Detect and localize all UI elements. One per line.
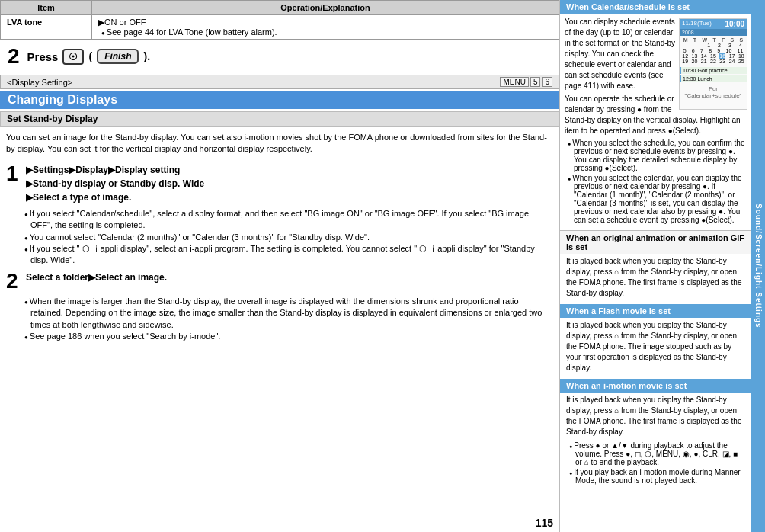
step2-select-content: Select a folder▶Select an image. (26, 271, 553, 284)
when-original-title: When an original animation or animation … (560, 230, 752, 254)
menu-num1: 5 (530, 77, 541, 87)
when-calendar-section: When Calendar/schedule is set 11/18(Tue)… (560, 0, 752, 227)
step1-line2: ▶Stand-by display or Standby disp. Wide (26, 178, 204, 189)
when-original-section: When an original animation or animation … (560, 230, 752, 301)
step1-content: ▶Settings▶Display▶Display setting ▶Stand… (26, 163, 553, 204)
page-number: 115 (536, 517, 553, 529)
when-flash-title: When a Flash movie is set (560, 304, 752, 318)
operation-bullet: See page 44 for LVA Tone (low battery al… (98, 27, 552, 37)
step1-bullet3: If you select " ⬡ ｉappli display", selec… (21, 243, 553, 267)
step1-bullet2: You cannot select "Calendar (2 months)" … (21, 232, 553, 243)
close-paren: ). (143, 50, 150, 62)
when-original-text: It is played back when you display the S… (560, 254, 752, 301)
step2-bullets: When the image is larger than the Stand-… (0, 294, 559, 345)
calendar-bullet1: When you select the schedule, you can co… (565, 139, 747, 172)
step2-number: 2 (8, 44, 20, 69)
finish-key: Finish (97, 49, 139, 64)
side-tab: Sound/Screen/Light Settings (751, 0, 765, 532)
when-imotion-text: It is played back when you display the S… (560, 393, 752, 440)
imotion-bullet2: If you play back an i-motion movie durin… (566, 468, 746, 485)
changing-displays-title: Changing Displays (0, 91, 559, 109)
when-flash-section: When a Flash movie is set It is played b… (560, 304, 752, 376)
step2-select-text: Select a folder▶Select an image. (26, 272, 167, 283)
right-inner: When Calendar/schedule is set 11/18(Tue)… (560, 0, 752, 488)
operation-arrow: ▶ON or OFF (98, 18, 146, 27)
step2-bullet2: See page 186 when you select "Search by … (21, 331, 553, 342)
imotion-bullet1: Press ● or ▲/▼ during playback to adjust… (566, 441, 746, 466)
calendar-image: 11/18(Tue) 10:00 2008 MTWTFSS 1234 (679, 18, 747, 110)
imotion-bullets: Press ● or ▲/▼ during playback to adjust… (560, 441, 752, 485)
step2-select-number: 2 (6, 271, 21, 292)
when-calendar-title: When Calendar/schedule is set (560, 0, 752, 14)
step1-row: 1 ▶Settings▶Display▶Display setting ▶Sta… (0, 161, 559, 207)
step2-select-row: 2 Select a folder▶Select an image. (0, 268, 559, 294)
calendar-img-label: For "Calendar+schedule" (680, 85, 747, 99)
intro-text: You can set an image for the Stand-by di… (0, 130, 559, 158)
step2-bullet1: When the image is larger than the Stand-… (21, 296, 553, 331)
when-imotion-section: When an i-motion movie is set It is play… (560, 379, 752, 485)
when-flash-text: It is played back when you display the S… (560, 318, 752, 376)
display-setting-label: <Display Setting> (7, 78, 72, 87)
calendar-bullet2: When you select the calendar, you can di… (565, 174, 747, 224)
step1-line3: ▶Select a type of image. (26, 192, 131, 203)
table-header-item: Item (1, 1, 92, 15)
press-section: 2 Press ☉ ( Finish ). (0, 40, 559, 73)
step1-bullet1: If you select "Calendar/schedule", selec… (21, 208, 553, 232)
table-cell-item: LVA tone (1, 15, 92, 40)
step1-line1: ▶Settings▶Display▶Display setting (26, 165, 180, 175)
table-cell-operation: ▶ON or OFF See page 44 for LVA Tone (low… (92, 15, 559, 40)
right-area: When Calendar/schedule is set 11/18(Tue)… (559, 0, 765, 532)
display-setting-header: <Display Setting> MENU 5 6 (0, 75, 559, 89)
menu-icons: MENU 5 6 (500, 77, 552, 87)
set-standby-title: Set Stand-by Display (0, 111, 559, 127)
step1-number: 1 (6, 163, 21, 184)
menu-num2: 6 (542, 77, 552, 87)
open-paren: ( (88, 50, 92, 62)
table-header-operation: Operation/Explanation (92, 1, 559, 15)
key-icon: ☉ (62, 49, 84, 65)
menu-label: MENU (500, 77, 528, 87)
side-tab-text: Sound/Screen/Light Settings (754, 204, 763, 328)
left-area: Item Operation/Explanation LVA tone ▶ON … (0, 0, 559, 532)
step1-bullets: If you select "Calendar/schedule", selec… (0, 207, 559, 268)
press-label: Press (27, 50, 59, 63)
table-row: LVA tone ▶ON or OFF See page 44 for LVA … (1, 15, 559, 40)
when-imotion-title: When an i-motion movie is set (560, 379, 752, 393)
lva-table: Item Operation/Explanation LVA tone ▶ON … (0, 0, 559, 40)
